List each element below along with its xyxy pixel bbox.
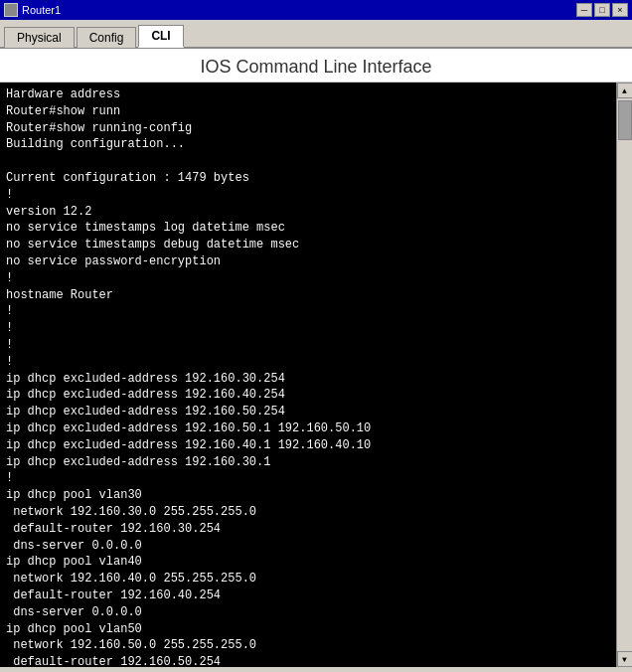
title-controls[interactable]: ─ □ ×: [576, 3, 628, 17]
scrollbar-track[interactable]: [617, 98, 632, 651]
minimize-button[interactable]: ─: [576, 3, 592, 17]
tab-physical[interactable]: Physical: [4, 27, 75, 48]
tab-config[interactable]: Config: [77, 27, 137, 48]
terminal-output[interactable]: Hardware address Router#show runn Router…: [0, 83, 616, 667]
title-bar-left: Router1: [4, 3, 61, 17]
terminal-container: Hardware address Router#show runn Router…: [0, 83, 632, 667]
scroll-up-button[interactable]: ▲: [617, 83, 633, 98]
window-title: Router1: [22, 4, 61, 16]
cli-heading: IOS Command Line Interface: [0, 49, 632, 83]
scroll-down-button[interactable]: ▼: [617, 651, 633, 667]
scrollbar[interactable]: ▲ ▼: [616, 83, 632, 667]
close-button[interactable]: ×: [612, 3, 628, 17]
title-bar: Router1 ─ □ ×: [0, 0, 632, 20]
window-icon: [4, 3, 18, 17]
maximize-button[interactable]: □: [594, 3, 610, 17]
main-area: IOS Command Line Interface Hardware addr…: [0, 49, 632, 667]
tab-bar: Physical Config CLI: [0, 20, 632, 49]
scrollbar-thumb[interactable]: [618, 100, 632, 140]
tab-cli[interactable]: CLI: [138, 25, 183, 48]
